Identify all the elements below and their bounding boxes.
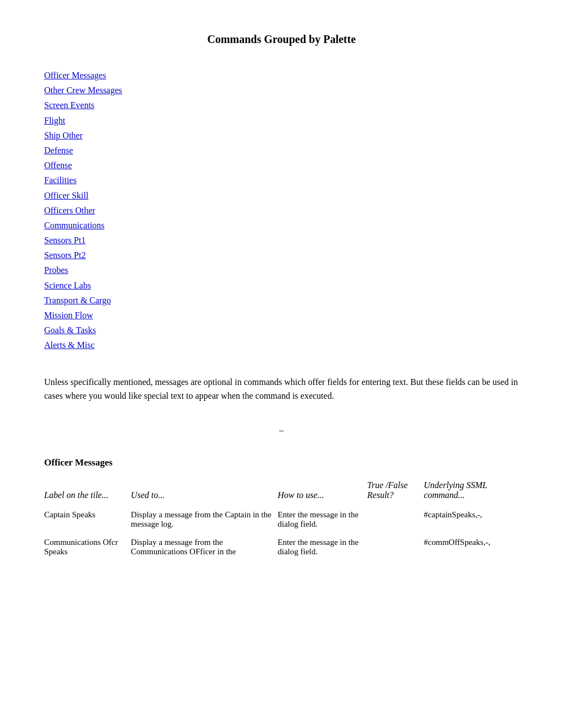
nav-link[interactable]: Officer Skill	[44, 188, 519, 203]
col-header-1: Used to...	[131, 477, 278, 506]
section-heading: Officer Messages	[44, 457, 519, 468]
nav-link[interactable]: Goals & Tasks	[44, 323, 519, 338]
nav-link[interactable]: Ship Other	[44, 128, 519, 143]
nav-link[interactable]: Offense	[44, 158, 519, 173]
table-cell	[367, 533, 424, 561]
nav-link[interactable]: Science Labs	[44, 278, 519, 293]
table-cell: #commOffSpeaks,-,	[424, 533, 519, 561]
nav-link[interactable]: Screen Events	[44, 98, 519, 113]
table-cell: Display a message from the Captain in th…	[131, 506, 278, 533]
nav-link[interactable]: Officer Messages	[44, 68, 519, 83]
nav-link[interactable]: Mission Flow	[44, 308, 519, 323]
nav-link[interactable]: Flight	[44, 113, 519, 128]
nav-link[interactable]: Defense	[44, 143, 519, 158]
nav-link[interactable]: Sensors Pt1	[44, 233, 519, 248]
table-row: Captain SpeaksDisplay a message from the…	[44, 506, 519, 533]
table-cell: Captain Speaks	[44, 506, 131, 533]
nav-link[interactable]: Transport & Cargo	[44, 293, 519, 308]
table-header-row: Label on the tile...Used to...How to use…	[44, 477, 519, 506]
col-header-2: How to use...	[278, 477, 367, 506]
table-cell: Communications Ofcr Speaks	[44, 533, 131, 561]
nav-link[interactable]: Probes	[44, 263, 519, 277]
nav-link[interactable]: Alerts & Misc	[44, 338, 519, 352]
officer-messages-section: Officer Messages Label on the tile...Use…	[44, 457, 519, 561]
table-cell: Enter the message in the dialog field.	[278, 533, 367, 561]
col-header-0: Label on the tile...	[44, 477, 131, 506]
col-header-3: True /False Result?	[367, 477, 424, 506]
nav-link[interactable]: Communications	[44, 218, 519, 233]
description-text: Unless specifically mentioned, messages …	[44, 375, 519, 403]
nav-links: Officer MessagesOther Crew MessagesScree…	[44, 68, 519, 353]
nav-link[interactable]: Sensors Pt2	[44, 248, 519, 263]
divider: –	[44, 425, 519, 435]
table-cell: Enter the message in the dialog field.	[278, 506, 367, 533]
nav-link[interactable]: Officers Other	[44, 203, 519, 218]
table-cell	[367, 506, 424, 533]
table-cell: Display a message from the Communication…	[131, 533, 278, 561]
officer-messages-table: Label on the tile...Used to...How to use…	[44, 477, 519, 561]
page-title: Commands Grouped by Palette	[44, 33, 519, 46]
nav-link[interactable]: Other Crew Messages	[44, 83, 519, 98]
nav-link[interactable]: Facilities	[44, 173, 519, 188]
table-cell: #captainSpeaks,-,	[424, 506, 519, 533]
table-row: Communications Ofcr SpeaksDisplay a mess…	[44, 533, 519, 561]
col-header-4: Underlying SSML command...	[424, 477, 519, 506]
